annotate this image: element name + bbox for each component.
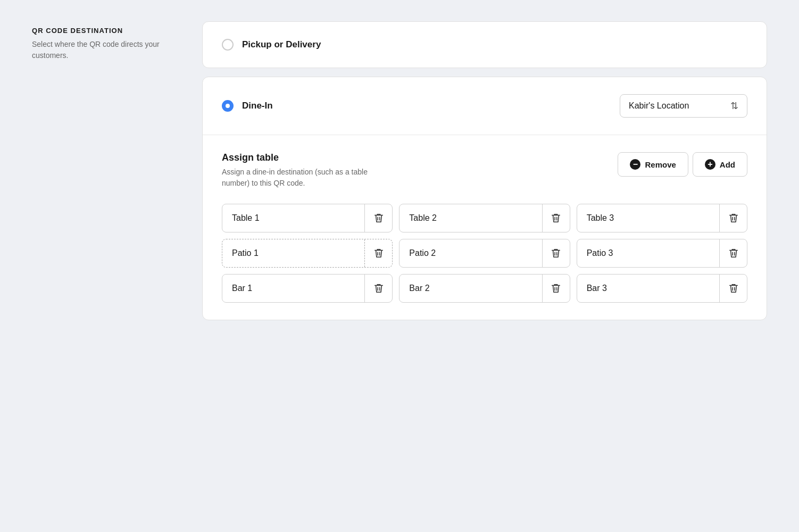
add-label: Add: [720, 160, 735, 169]
dinein-radio[interactable]: [222, 100, 234, 112]
table-grid: Table 1 Table 2 Table 3 Patio 1 Patio 2 …: [222, 204, 747, 303]
location-dropdown[interactable]: Kabir's Location ⇅: [620, 94, 747, 118]
table-delete-button[interactable]: [719, 204, 747, 232]
table-item-name: Bar 2: [400, 275, 542, 302]
trash-icon: [551, 248, 561, 259]
table-item: Bar 3: [577, 274, 747, 303]
trash-icon: [374, 248, 384, 259]
section-title: QR CODE DESTINATION: [32, 27, 181, 35]
assign-header: Assign table Assign a dine-in destinatio…: [222, 152, 747, 189]
action-buttons: − Remove + Add: [618, 152, 747, 177]
table-item-name: Table 3: [577, 205, 719, 231]
add-button[interactable]: + Add: [693, 152, 747, 177]
table-item-name: Patio 3: [577, 240, 719, 267]
trash-icon: [551, 213, 561, 223]
left-panel: QR CODE DESTINATION Select where the QR …: [32, 21, 181, 320]
table-delete-button[interactable]: [719, 239, 747, 267]
table-delete-button[interactable]: [542, 275, 570, 302]
section-description: Select where the QR code directs your cu…: [32, 39, 181, 61]
remove-icon: −: [630, 159, 640, 170]
assign-title: Assign table: [222, 152, 392, 163]
table-item: Patio 2: [399, 239, 570, 268]
table-item-name: Table 1: [222, 205, 364, 231]
table-item-name: Patio 2: [400, 240, 542, 267]
location-value: Kabir's Location: [629, 101, 689, 111]
dinein-option-row: Dine-In Kabir's Location ⇅: [203, 77, 767, 135]
table-item-name: Bar 1: [222, 275, 364, 302]
trash-icon: [374, 283, 384, 294]
pickup-card: Pickup or Delivery: [202, 21, 767, 68]
table-item: Patio 1: [222, 239, 393, 268]
table-delete-button[interactable]: [542, 239, 570, 267]
table-item-name: Table 2: [400, 205, 542, 231]
trash-icon: [729, 283, 738, 294]
remove-button[interactable]: − Remove: [618, 152, 688, 177]
pickup-radio[interactable]: [222, 39, 234, 51]
trash-icon: [551, 283, 561, 294]
assign-description: Assign a dine-in destination (such as a …: [222, 167, 392, 189]
dinein-label: Dine-In: [242, 101, 273, 111]
add-icon: +: [705, 159, 715, 170]
assign-text-block: Assign table Assign a dine-in destinatio…: [222, 152, 392, 189]
table-delete-button[interactable]: [364, 204, 392, 232]
dropdown-icon: ⇅: [730, 100, 738, 112]
page-layout: QR CODE DESTINATION Select where the QR …: [32, 21, 767, 320]
table-delete-button[interactable]: [719, 275, 747, 302]
table-item: Bar 2: [399, 274, 570, 303]
pickup-label: Pickup or Delivery: [242, 39, 321, 50]
table-item: Bar 1: [222, 274, 393, 303]
table-item-name: Bar 3: [577, 275, 719, 302]
table-item: Table 2: [399, 204, 570, 232]
assign-section: Assign table Assign a dine-in destinatio…: [203, 135, 767, 320]
remove-label: Remove: [645, 160, 676, 169]
table-delete-button[interactable]: [364, 239, 392, 267]
pickup-option-row: Pickup or Delivery: [203, 22, 767, 68]
trash-icon: [374, 213, 384, 223]
right-panel: Pickup or Delivery Dine-In Kabir's Locat…: [202, 21, 767, 320]
trash-icon: [729, 213, 738, 223]
table-item-name: Patio 1: [222, 240, 364, 267]
trash-icon: [729, 248, 738, 259]
table-delete-button[interactable]: [542, 204, 570, 232]
table-item: Patio 3: [577, 239, 747, 268]
table-item: Table 1: [222, 204, 393, 232]
table-item: Table 3: [577, 204, 747, 232]
table-delete-button[interactable]: [364, 275, 392, 302]
dinein-card: Dine-In Kabir's Location ⇅ Assign table …: [202, 77, 767, 320]
